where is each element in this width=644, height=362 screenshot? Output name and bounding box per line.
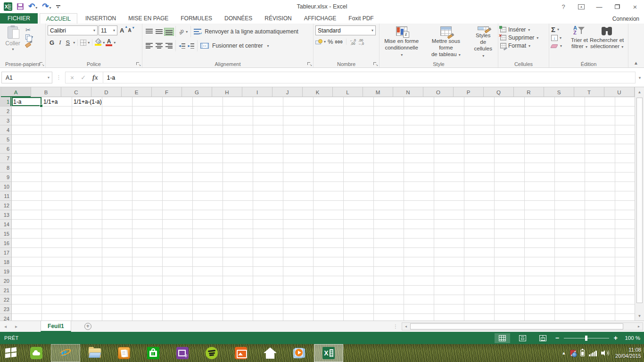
row-header-1[interactable]: 1	[0, 97, 12, 107]
cell-D3[interactable]	[102, 116, 132, 125]
cell-F13[interactable]	[163, 210, 193, 220]
cell-E9[interactable]	[132, 173, 163, 182]
cell-I17[interactable]	[253, 248, 283, 257]
cell-R2[interactable]	[525, 107, 555, 116]
cell-M5[interactable]	[374, 135, 404, 144]
column-header-M[interactable]: M	[363, 87, 393, 97]
taskbar-icon-media-app[interactable]	[168, 344, 197, 362]
cell-F12[interactable]	[163, 201, 193, 210]
tray-expand-button[interactable]: ▲	[562, 351, 566, 355]
cell-B6[interactable]	[42, 144, 72, 154]
cell-Q10[interactable]	[495, 182, 525, 191]
cell-T7[interactable]	[585, 154, 615, 163]
cell-O18[interactable]	[434, 257, 464, 267]
cell-U7[interactable]	[615, 154, 635, 163]
cell-L13[interactable]	[344, 210, 374, 220]
cell-J8[interactable]	[283, 163, 314, 173]
cell-F7[interactable]	[163, 154, 193, 163]
cell-B19[interactable]	[42, 267, 72, 276]
taskbar-icon-media-player[interactable]	[285, 344, 314, 362]
scroll-down-button[interactable]: ▼	[635, 311, 644, 321]
cell-O17[interactable]	[434, 248, 464, 257]
cell-L24[interactable]	[344, 314, 374, 321]
cell-N22[interactable]	[404, 295, 434, 304]
cell-D23[interactable]	[102, 304, 132, 314]
cell-I19[interactable]	[253, 267, 283, 276]
undo-button[interactable]: ↶▾	[28, 2, 37, 11]
cell-O14[interactable]	[434, 220, 464, 229]
cell-T2[interactable]	[585, 107, 615, 116]
cell-E8[interactable]	[132, 163, 163, 173]
row-header-10[interactable]: 10	[0, 182, 12, 191]
qat-menu-button[interactable]: ▾	[56, 5, 60, 8]
cell-O21[interactable]	[434, 286, 464, 295]
cell-G18[interactable]	[193, 257, 223, 267]
cell-A7[interactable]	[12, 154, 42, 163]
cell-L7[interactable]	[344, 154, 374, 163]
cell-P14[interactable]	[464, 220, 495, 229]
cell-G12[interactable]	[193, 201, 223, 210]
tab-révision[interactable]: RÉVISION	[258, 13, 297, 24]
cell-A21[interactable]	[12, 286, 42, 295]
cell-T3[interactable]	[585, 116, 615, 125]
cell-G10[interactable]	[193, 182, 223, 191]
cell-K20[interactable]	[314, 276, 344, 286]
cell-C12[interactable]	[72, 201, 102, 210]
comma-style-button[interactable]: 000	[335, 40, 343, 44]
cell-O6[interactable]	[434, 144, 464, 154]
cell-S18[interactable]	[555, 257, 585, 267]
cell-Q5[interactable]	[495, 135, 525, 144]
column-header-R[interactable]: R	[514, 87, 544, 97]
cell-U19[interactable]	[615, 267, 635, 276]
cell-G13[interactable]	[193, 210, 223, 220]
new-sheet-button[interactable]: +	[84, 323, 91, 330]
cell-R14[interactable]	[525, 220, 555, 229]
font-color-button[interactable]: A▾	[106, 39, 116, 46]
cell-M4[interactable]	[374, 125, 404, 135]
cell-C22[interactable]	[72, 295, 102, 304]
cell-F23[interactable]	[163, 304, 193, 314]
cell-M21[interactable]	[374, 286, 404, 295]
cell-C13[interactable]	[72, 210, 102, 220]
cell-D2[interactable]	[102, 107, 132, 116]
orientation-button[interactable]: ab▾	[177, 28, 189, 35]
cell-F22[interactable]	[163, 295, 193, 304]
cell-Q13[interactable]	[495, 210, 525, 220]
cell-C11[interactable]	[72, 191, 102, 201]
cell-L1[interactable]	[344, 97, 374, 107]
cell-U17[interactable]	[615, 248, 635, 257]
cell-N2[interactable]	[404, 107, 434, 116]
cell-K6[interactable]	[314, 144, 344, 154]
cell-B4[interactable]	[42, 125, 72, 135]
cell-U14[interactable]	[615, 220, 635, 229]
cell-E17[interactable]	[132, 248, 163, 257]
cell-M1[interactable]	[374, 97, 404, 107]
cell-C18[interactable]	[72, 257, 102, 267]
cell-M16[interactable]	[374, 239, 404, 248]
cell-U9[interactable]	[615, 173, 635, 182]
font-size-select[interactable]: 11▾	[99, 25, 117, 35]
cell-F4[interactable]	[163, 125, 193, 135]
cell-K17[interactable]	[314, 248, 344, 257]
cell-A5[interactable]	[12, 135, 42, 144]
column-header-A[interactable]: A	[1, 87, 31, 97]
cell-U22[interactable]	[615, 295, 635, 304]
taskbar-icon-internet-explorer[interactable]: e	[51, 344, 80, 362]
cell-L6[interactable]	[344, 144, 374, 154]
find-select-button[interactable]: Rechercher et sélectionner ▾	[589, 26, 625, 60]
cell-J5[interactable]	[283, 135, 314, 144]
number-format-select[interactable]: Standard▾	[315, 25, 376, 35]
cell-M6[interactable]	[374, 144, 404, 154]
cell-M2[interactable]	[374, 107, 404, 116]
cell-T20[interactable]	[585, 276, 615, 286]
cell-I5[interactable]	[253, 135, 283, 144]
column-header-N[interactable]: N	[393, 87, 423, 97]
cell-B8[interactable]	[42, 163, 72, 173]
cell-T19[interactable]	[585, 267, 615, 276]
cell-E1[interactable]	[132, 97, 163, 107]
cell-C10[interactable]	[72, 182, 102, 191]
cell-U24[interactable]	[615, 314, 635, 321]
cell-Q2[interactable]	[495, 107, 525, 116]
cell-P12[interactable]	[464, 201, 495, 210]
cell-P19[interactable]	[464, 267, 495, 276]
